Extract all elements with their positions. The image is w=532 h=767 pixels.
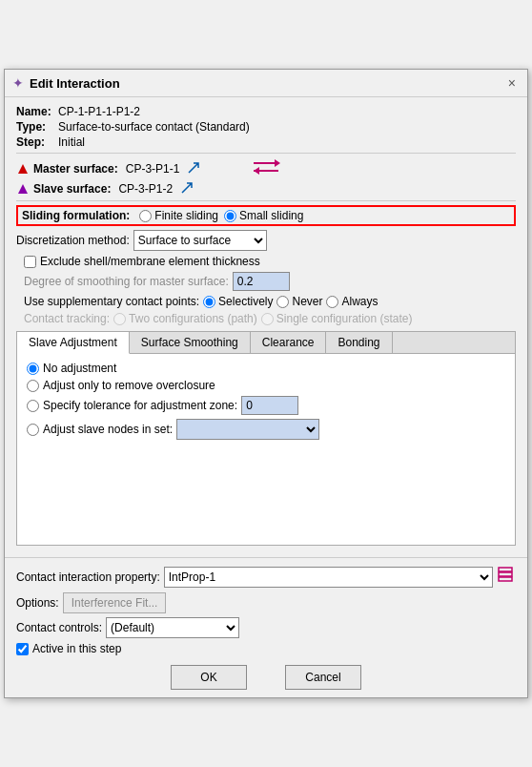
- tracking-two-label: Two configurations (path): [129, 312, 257, 325]
- exclude-checkbox-row: Exclude shell/membrane element thickness: [16, 255, 516, 268]
- type-value: Surface-to-surface contact (Standard): [58, 120, 250, 134]
- contact-always-radio[interactable]: [326, 296, 338, 308]
- smoothing-label: Degree of smoothing for master surface:: [24, 275, 229, 288]
- edit-interaction-dialog: ✦ Edit Interaction × Name: CP-1-P1-1-P1-…: [4, 69, 528, 698]
- adjust-overclosure-row: Adjust only to remove overclosure: [27, 379, 505, 392]
- name-label: Name:: [16, 105, 54, 118]
- ok-button[interactable]: OK: [171, 665, 247, 690]
- stack-layers-icon: [497, 566, 516, 585]
- contact-prop-select[interactable]: IntProp-1: [164, 567, 493, 588]
- contact-never-label: Never: [292, 295, 322, 308]
- tab-bonding[interactable]: Bonding: [326, 332, 392, 353]
- swap-button[interactable]: [252, 157, 282, 179]
- tracking-single-radio: [261, 313, 274, 325]
- adjust-zone-label: Specify tolerance for adjustment zone:: [43, 399, 237, 412]
- dialog-body: Name: CP-1-P1-1-P1-2 Type: Surface-to-su…: [5, 97, 527, 557]
- slave-surface-row: Slave surface: CP-3-P1-2: [16, 181, 516, 197]
- contact-tracking-label: Contact tracking:: [24, 312, 110, 325]
- master-surface-icon: [16, 162, 30, 176]
- controls-label: Contact controls:: [16, 621, 102, 634]
- tracking-single-option: Single configuration (state): [261, 312, 413, 325]
- separator1: [16, 153, 516, 154]
- svg-rect-7: [499, 572, 512, 576]
- tabs-container: Slave Adjustment Surface Smoothing Clear…: [16, 331, 516, 546]
- master-surface-arrow[interactable]: [187, 161, 200, 176]
- step-label: Step:: [16, 135, 54, 149]
- contact-prop-label: Contact interaction property:: [16, 570, 160, 584]
- button-row: OK Cancel: [16, 661, 516, 690]
- discretization-select[interactable]: Surface to surface: [133, 230, 267, 251]
- master-surface-row: Master surface: CP-3-P1-1: [16, 157, 516, 179]
- interference-fit-button[interactable]: Interference Fit...: [63, 592, 167, 613]
- bottom-section: Contact interaction property: IntProp-1 …: [5, 557, 527, 697]
- dialog-icon: ✦: [12, 75, 24, 91]
- svg-rect-6: [499, 568, 512, 571]
- type-row: Type: Surface-to-surface contact (Standa…: [16, 120, 516, 134]
- name-value: CP-1-P1-1-P1-2: [58, 105, 140, 118]
- tab-clearance[interactable]: Clearance: [251, 332, 327, 353]
- svg-marker-4: [254, 167, 259, 175]
- active-step-checkbox[interactable]: [16, 643, 29, 655]
- svg-rect-8: [499, 577, 512, 581]
- sliding-finite-option[interactable]: Finite sliding: [139, 209, 218, 222]
- adjust-overclosure-radio[interactable]: [27, 380, 39, 392]
- svg-marker-5: [18, 184, 28, 194]
- type-label: Type:: [16, 120, 54, 134]
- adjust-zone-input[interactable]: [241, 396, 298, 415]
- active-step-row: Active in this step: [16, 642, 516, 655]
- contact-selectively-label: Selectively: [218, 295, 273, 308]
- close-button[interactable]: ×: [504, 75, 520, 91]
- sliding-small-radio[interactable]: [224, 210, 236, 222]
- svg-marker-2: [275, 159, 280, 167]
- adjust-no-radio[interactable]: [27, 363, 39, 375]
- sliding-finite-label: Finite sliding: [154, 209, 218, 222]
- contact-never-radio[interactable]: [276, 296, 289, 308]
- tracking-two-radio: [113, 313, 126, 325]
- title-bar: ✦ Edit Interaction ×: [5, 70, 527, 97]
- sliding-label: Sliding formulation:: [22, 209, 130, 222]
- adjust-nodes-radio[interactable]: [27, 424, 39, 436]
- adjust-overclosure-label: Adjust only to remove overclosure: [43, 379, 215, 392]
- contact-selectively-option[interactable]: Selectively: [203, 295, 273, 308]
- sliding-small-option[interactable]: Small sliding: [224, 209, 303, 222]
- step-value: Initial: [58, 135, 85, 149]
- contact-always-label: Always: [341, 295, 378, 308]
- discretization-row: Discretization method: Surface to surfac…: [16, 230, 516, 251]
- sliding-finite-radio[interactable]: [139, 210, 152, 222]
- exclude-checkbox[interactable]: [24, 256, 36, 268]
- step-row: Step: Initial: [16, 135, 516, 149]
- tab-content: No adjustment Adjust only to remove over…: [17, 354, 515, 545]
- adjust-nodes-label: Adjust slave nodes in set:: [43, 423, 173, 436]
- master-surface-label: Master surface:: [33, 162, 118, 176]
- smoothing-row: Degree of smoothing for master surface:: [16, 272, 516, 291]
- contact-prop-stack-icon[interactable]: [497, 566, 516, 589]
- options-row: Options: Interference Fit...: [16, 592, 516, 613]
- contact-points-label: Use supplementary contact points:: [24, 295, 199, 308]
- slave-surface-value: CP-3-P1-2: [118, 182, 173, 196]
- tabs-header: Slave Adjustment Surface Smoothing Clear…: [17, 332, 515, 354]
- tracking-two-option: Two configurations (path): [113, 312, 257, 325]
- contact-tracking-row: Contact tracking: Two configurations (pa…: [16, 312, 516, 325]
- name-row: Name: CP-1-P1-1-P1-2: [16, 105, 516, 118]
- adjust-no-row: No adjustment: [27, 362, 505, 375]
- sliding-formulation-row: Sliding formulation: Finite sliding Smal…: [16, 205, 516, 226]
- cancel-button[interactable]: Cancel: [285, 665, 361, 690]
- tab-slave-adjustment[interactable]: Slave Adjustment: [17, 332, 130, 354]
- adjust-nodes-select[interactable]: [176, 419, 319, 440]
- controls-row: Contact controls: (Default): [16, 617, 516, 638]
- contact-always-option[interactable]: Always: [326, 295, 378, 308]
- options-label: Options:: [16, 596, 59, 610]
- discretization-label: Discretization method:: [16, 234, 130, 247]
- contact-never-option[interactable]: Never: [276, 295, 322, 308]
- contact-selectively-radio[interactable]: [203, 296, 215, 308]
- smoothing-input[interactable]: [233, 272, 290, 291]
- slave-surface-arrow[interactable]: [180, 181, 194, 197]
- exclude-label: Exclude shell/membrane element thickness: [40, 255, 260, 268]
- contact-points-row: Use supplementary contact points: Select…: [16, 295, 516, 308]
- svg-marker-0: [18, 164, 28, 174]
- separator2: [16, 200, 516, 201]
- tab-surface-smoothing[interactable]: Surface Smoothing: [130, 332, 251, 353]
- adjust-zone-radio[interactable]: [27, 400, 39, 412]
- controls-select[interactable]: (Default): [106, 617, 239, 638]
- sliding-small-label: Small sliding: [239, 209, 303, 222]
